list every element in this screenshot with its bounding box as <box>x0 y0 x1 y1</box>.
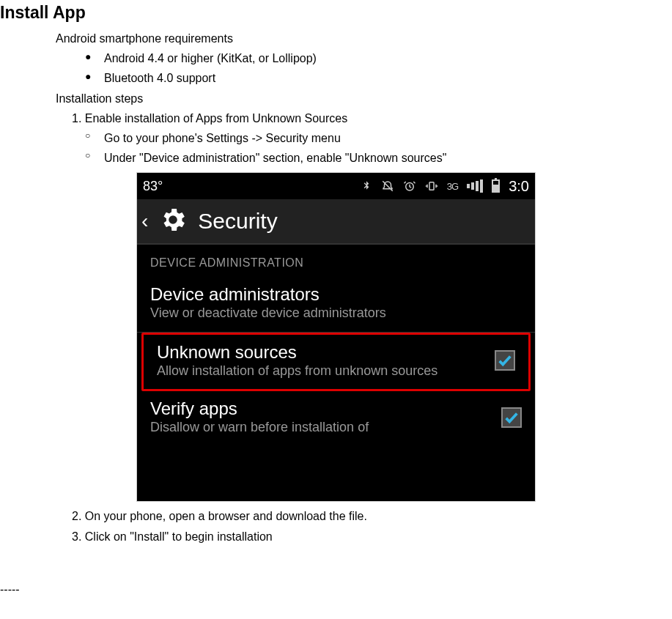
sub-step-text: Go to your phone's Settings -> Security … <box>104 128 341 148</box>
app-bar[interactable]: ‹ Security <box>137 199 535 245</box>
setting-verify-apps[interactable]: Verify apps Disallow or warn before inst… <box>137 391 535 446</box>
step-3: 3. Click on "Install" to begin installat… <box>72 527 672 546</box>
bluetooth-icon <box>361 180 372 192</box>
requirement-text: Bluetooth 4.0 support <box>104 68 215 88</box>
section-title: DEVICE ADMINISTRATION <box>137 245 535 277</box>
appbar-title: Security <box>198 209 277 234</box>
check-icon <box>497 352 513 368</box>
security-screenshot: 83° 3G <box>136 172 536 502</box>
alarm-icon <box>403 179 416 193</box>
setting-title: Unknown sources <box>157 342 486 363</box>
setting-subtitle: View or deactivate device administrators <box>150 305 522 322</box>
requirement-item: ●Bluetooth 4.0 support <box>72 68 672 88</box>
silent-icon <box>381 179 394 193</box>
status-temperature: 83° <box>143 179 163 194</box>
install-steps-label: Installation steps <box>56 89 672 108</box>
step-2: 2. On your phone, open a browser and dow… <box>72 506 672 526</box>
vibrate-icon <box>425 179 438 193</box>
verify-apps-checkbox[interactable] <box>501 407 522 428</box>
bullet-circle-icon: ○ <box>72 128 104 143</box>
sub-step-text: Under "Device administration" section, e… <box>104 148 446 168</box>
battery-icon <box>492 179 500 193</box>
requirements-label: Android smartphone requirements <box>56 29 672 48</box>
gear-icon <box>158 205 188 237</box>
page-title: Install App <box>0 0 672 29</box>
back-icon[interactable]: ‹ <box>141 210 148 233</box>
check-icon <box>503 409 520 426</box>
svg-rect-1 <box>429 182 434 190</box>
signal-icon <box>467 179 483 193</box>
setting-title: Device administrators <box>150 284 522 305</box>
unknown-sources-checkbox[interactable] <box>495 350 515 371</box>
setting-subtitle: Disallow or warn before installation of <box>150 419 492 436</box>
unknown-sources-highlight: Unknown sources Allow installation of ap… <box>141 333 531 392</box>
setting-unknown-sources[interactable]: Unknown sources Allow installation of ap… <box>144 335 528 390</box>
requirement-item: ●Android 4.4 or higher (KitKat, or Lolli… <box>72 48 672 68</box>
setting-title: Verify apps <box>150 399 492 419</box>
requirement-text: Android 4.4 or higher (KitKat, or Lollip… <box>104 48 317 68</box>
step-1-sub: ○Under "Device administration" section, … <box>72 148 672 168</box>
bullet-circle-icon: ○ <box>72 148 104 163</box>
step-1: 1. Enable installation of Apps from Unkn… <box>72 108 672 128</box>
bullet-dot-icon: ● <box>72 68 104 86</box>
network-type: 3G <box>447 181 458 192</box>
status-clock: 3:0 <box>509 178 529 195</box>
status-bar: 83° 3G <box>137 173 535 199</box>
setting-device-administrators[interactable]: Device administrators View or deactivate… <box>137 277 535 333</box>
separator-dashes: ----- <box>0 583 672 596</box>
bullet-dot-icon: ● <box>72 48 104 66</box>
step-1-sub: ○Go to your phone's Settings -> Security… <box>72 128 672 148</box>
setting-subtitle: Allow installation of apps from unknown … <box>157 363 486 379</box>
